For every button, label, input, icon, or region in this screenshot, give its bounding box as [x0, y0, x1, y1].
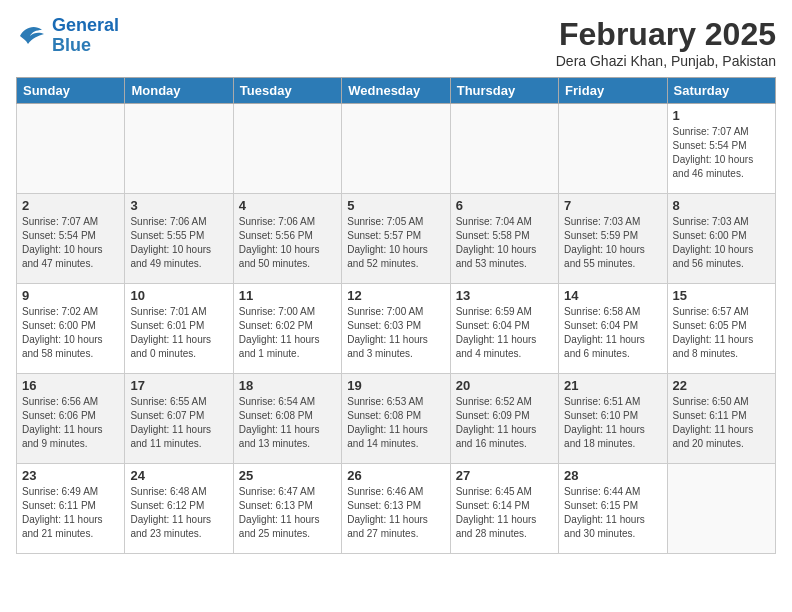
weekday-header-wednesday: Wednesday — [342, 78, 450, 104]
day-cell: 15Sunrise: 6:57 AM Sunset: 6:05 PM Dayli… — [667, 284, 775, 374]
day-cell: 8Sunrise: 7:03 AM Sunset: 6:00 PM Daylig… — [667, 194, 775, 284]
day-cell — [17, 104, 125, 194]
day-info: Sunrise: 7:07 AM Sunset: 5:54 PM Dayligh… — [673, 125, 770, 181]
day-number: 7 — [564, 198, 661, 213]
day-info: Sunrise: 7:03 AM Sunset: 5:59 PM Dayligh… — [564, 215, 661, 271]
day-number: 4 — [239, 198, 336, 213]
month-title: February 2025 — [556, 16, 776, 53]
title-block: February 2025 Dera Ghazi Khan, Punjab, P… — [556, 16, 776, 69]
day-cell: 23Sunrise: 6:49 AM Sunset: 6:11 PM Dayli… — [17, 464, 125, 554]
day-info: Sunrise: 6:52 AM Sunset: 6:09 PM Dayligh… — [456, 395, 553, 451]
day-cell: 18Sunrise: 6:54 AM Sunset: 6:08 PM Dayli… — [233, 374, 341, 464]
day-info: Sunrise: 6:46 AM Sunset: 6:13 PM Dayligh… — [347, 485, 444, 541]
day-number: 18 — [239, 378, 336, 393]
location: Dera Ghazi Khan, Punjab, Pakistan — [556, 53, 776, 69]
day-number: 23 — [22, 468, 119, 483]
day-cell: 19Sunrise: 6:53 AM Sunset: 6:08 PM Dayli… — [342, 374, 450, 464]
logo-line2: Blue — [52, 36, 119, 56]
day-number: 13 — [456, 288, 553, 303]
day-info: Sunrise: 7:04 AM Sunset: 5:58 PM Dayligh… — [456, 215, 553, 271]
week-row-1: 1Sunrise: 7:07 AM Sunset: 5:54 PM Daylig… — [17, 104, 776, 194]
day-cell: 13Sunrise: 6:59 AM Sunset: 6:04 PM Dayli… — [450, 284, 558, 374]
day-number: 15 — [673, 288, 770, 303]
day-info: Sunrise: 7:06 AM Sunset: 5:56 PM Dayligh… — [239, 215, 336, 271]
page-header: General Blue February 2025 Dera Ghazi Kh… — [16, 16, 776, 69]
day-cell: 2Sunrise: 7:07 AM Sunset: 5:54 PM Daylig… — [17, 194, 125, 284]
day-info: Sunrise: 7:06 AM Sunset: 5:55 PM Dayligh… — [130, 215, 227, 271]
day-cell: 28Sunrise: 6:44 AM Sunset: 6:15 PM Dayli… — [559, 464, 667, 554]
day-number: 8 — [673, 198, 770, 213]
weekday-header-tuesday: Tuesday — [233, 78, 341, 104]
weekday-header-monday: Monday — [125, 78, 233, 104]
day-cell — [342, 104, 450, 194]
week-row-5: 23Sunrise: 6:49 AM Sunset: 6:11 PM Dayli… — [17, 464, 776, 554]
day-number: 28 — [564, 468, 661, 483]
day-number: 19 — [347, 378, 444, 393]
day-info: Sunrise: 7:00 AM Sunset: 6:02 PM Dayligh… — [239, 305, 336, 361]
day-info: Sunrise: 6:57 AM Sunset: 6:05 PM Dayligh… — [673, 305, 770, 361]
day-info: Sunrise: 6:51 AM Sunset: 6:10 PM Dayligh… — [564, 395, 661, 451]
day-cell: 24Sunrise: 6:48 AM Sunset: 6:12 PM Dayli… — [125, 464, 233, 554]
weekday-header-thursday: Thursday — [450, 78, 558, 104]
day-cell: 25Sunrise: 6:47 AM Sunset: 6:13 PM Dayli… — [233, 464, 341, 554]
day-cell: 1Sunrise: 7:07 AM Sunset: 5:54 PM Daylig… — [667, 104, 775, 194]
day-number: 2 — [22, 198, 119, 213]
day-cell: 3Sunrise: 7:06 AM Sunset: 5:55 PM Daylig… — [125, 194, 233, 284]
calendar-table: SundayMondayTuesdayWednesdayThursdayFrid… — [16, 77, 776, 554]
day-number: 14 — [564, 288, 661, 303]
day-cell: 4Sunrise: 7:06 AM Sunset: 5:56 PM Daylig… — [233, 194, 341, 284]
day-info: Sunrise: 6:48 AM Sunset: 6:12 PM Dayligh… — [130, 485, 227, 541]
logo-icon — [16, 22, 48, 50]
day-cell: 20Sunrise: 6:52 AM Sunset: 6:09 PM Dayli… — [450, 374, 558, 464]
day-cell — [125, 104, 233, 194]
day-info: Sunrise: 7:01 AM Sunset: 6:01 PM Dayligh… — [130, 305, 227, 361]
day-info: Sunrise: 7:03 AM Sunset: 6:00 PM Dayligh… — [673, 215, 770, 271]
day-info: Sunrise: 7:07 AM Sunset: 5:54 PM Dayligh… — [22, 215, 119, 271]
day-number: 6 — [456, 198, 553, 213]
day-number: 26 — [347, 468, 444, 483]
day-cell: 14Sunrise: 6:58 AM Sunset: 6:04 PM Dayli… — [559, 284, 667, 374]
day-info: Sunrise: 6:49 AM Sunset: 6:11 PM Dayligh… — [22, 485, 119, 541]
day-number: 16 — [22, 378, 119, 393]
weekday-header-row: SundayMondayTuesdayWednesdayThursdayFrid… — [17, 78, 776, 104]
day-info: Sunrise: 6:53 AM Sunset: 6:08 PM Dayligh… — [347, 395, 444, 451]
day-cell: 26Sunrise: 6:46 AM Sunset: 6:13 PM Dayli… — [342, 464, 450, 554]
day-cell — [559, 104, 667, 194]
day-info: Sunrise: 6:45 AM Sunset: 6:14 PM Dayligh… — [456, 485, 553, 541]
day-number: 12 — [347, 288, 444, 303]
day-cell: 17Sunrise: 6:55 AM Sunset: 6:07 PM Dayli… — [125, 374, 233, 464]
day-number: 1 — [673, 108, 770, 123]
day-number: 17 — [130, 378, 227, 393]
day-info: Sunrise: 6:58 AM Sunset: 6:04 PM Dayligh… — [564, 305, 661, 361]
day-number: 27 — [456, 468, 553, 483]
day-info: Sunrise: 6:44 AM Sunset: 6:15 PM Dayligh… — [564, 485, 661, 541]
day-info: Sunrise: 6:59 AM Sunset: 6:04 PM Dayligh… — [456, 305, 553, 361]
day-cell: 16Sunrise: 6:56 AM Sunset: 6:06 PM Dayli… — [17, 374, 125, 464]
week-row-3: 9Sunrise: 7:02 AM Sunset: 6:00 PM Daylig… — [17, 284, 776, 374]
day-info: Sunrise: 6:47 AM Sunset: 6:13 PM Dayligh… — [239, 485, 336, 541]
logo-line1: General — [52, 15, 119, 35]
day-info: Sunrise: 6:55 AM Sunset: 6:07 PM Dayligh… — [130, 395, 227, 451]
day-number: 10 — [130, 288, 227, 303]
day-number: 5 — [347, 198, 444, 213]
day-cell: 9Sunrise: 7:02 AM Sunset: 6:00 PM Daylig… — [17, 284, 125, 374]
day-number: 24 — [130, 468, 227, 483]
day-cell: 10Sunrise: 7:01 AM Sunset: 6:01 PM Dayli… — [125, 284, 233, 374]
day-cell — [667, 464, 775, 554]
day-number: 20 — [456, 378, 553, 393]
day-cell — [233, 104, 341, 194]
day-number: 9 — [22, 288, 119, 303]
day-cell: 6Sunrise: 7:04 AM Sunset: 5:58 PM Daylig… — [450, 194, 558, 284]
day-cell: 21Sunrise: 6:51 AM Sunset: 6:10 PM Dayli… — [559, 374, 667, 464]
day-number: 21 — [564, 378, 661, 393]
day-info: Sunrise: 6:54 AM Sunset: 6:08 PM Dayligh… — [239, 395, 336, 451]
day-number: 22 — [673, 378, 770, 393]
weekday-header-sunday: Sunday — [17, 78, 125, 104]
logo: General Blue — [16, 16, 119, 56]
day-number: 3 — [130, 198, 227, 213]
weekday-header-friday: Friday — [559, 78, 667, 104]
day-number: 25 — [239, 468, 336, 483]
day-info: Sunrise: 6:56 AM Sunset: 6:06 PM Dayligh… — [22, 395, 119, 451]
day-cell: 7Sunrise: 7:03 AM Sunset: 5:59 PM Daylig… — [559, 194, 667, 284]
day-number: 11 — [239, 288, 336, 303]
